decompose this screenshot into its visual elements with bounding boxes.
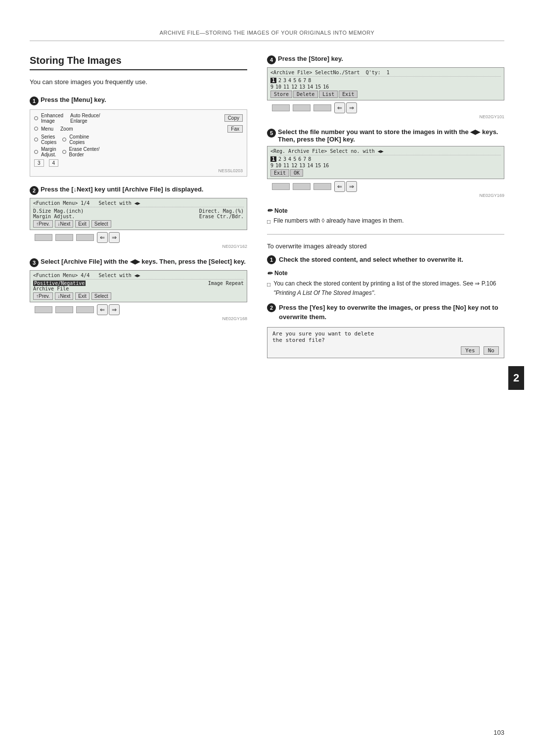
note-overwrite-body: □ You can check the stored content by pr… — [267, 279, 504, 298]
step-1-caption: NESSL0203 — [34, 168, 243, 173]
note-right-title: ✏ Note — [267, 207, 504, 214]
note-icon: ✏ — [267, 207, 272, 214]
intro-text: You can store images you frequently use. — [30, 77, 247, 87]
step-2-lcd: <Function Menu> 1/4 Select with ◀▶ D.Siz… — [30, 198, 247, 230]
lcd2-row1-right: Direct. Mag.(%) — [199, 208, 244, 214]
step-4-label: 4 Press the [Store] key. — [267, 55, 504, 64]
lcd2-row2-right: Erase Ctr./Bdr. — [199, 214, 244, 219]
step-5-lcd: <Reg. Archive File> Select no. with ◀▶ 1… — [267, 146, 504, 179]
step-1-num: 1 — [30, 96, 39, 105]
overwrite-sub1-text: Check the stored content, and select whe… — [279, 255, 463, 265]
lcd3-row1-left: Positive/Negative — [33, 281, 86, 286]
note-overwrite-title: ✏ Note — [267, 270, 504, 277]
lcd3-title: <Function Menu> 4/4 Select with ◀▶ — [33, 273, 140, 278]
overwrite-sub1: 1 Check the stored content, and select w… — [267, 255, 504, 265]
header-text: ARCHIVE FILE—STORING THE IMAGES OF YOUR … — [160, 30, 375, 36]
left-arrow-btn-4: ⇐ — [334, 102, 345, 113]
lcd4-title: <Archive File> SelectNo./Start Q'ty: 1 — [270, 70, 390, 75]
step-4-num: 4 — [267, 55, 276, 64]
side-number-tab: 2 — [508, 366, 524, 390]
lcd3-nav: ↑Prev. ↓Next Exit Select — [33, 292, 244, 300]
section-title: Storing The Images — [30, 55, 247, 70]
note-overwrite: ✏ Note □ You can check the stored conten… — [267, 270, 504, 298]
step-4-nav-row: ⇐ ⇒ — [272, 102, 504, 113]
step-1-diagram: EnhancedImage Auto Reduce/Enlarge Copy M… — [30, 109, 247, 177]
note-right: ✏ Note □ File numbers with ◊ already hav… — [267, 207, 504, 226]
lcd2-title: <Function Menu> 1/4 Select with ◀▶ — [33, 200, 140, 206]
overwrite-sub2-text: Press the [Yes] key to overwrite the ima… — [279, 303, 504, 322]
step-2-text: Press the [↓Next] key until [Archive Fil… — [41, 186, 203, 193]
left-arrow-btn-5: ⇐ — [334, 181, 345, 192]
page: ARCHIVE FILE—STORING THE IMAGES OF YOUR … — [0, 0, 534, 756]
page-header: ARCHIVE FILE—STORING THE IMAGES OF YOUR … — [30, 30, 504, 41]
note-right-item1: □ File numbers with ◊ already have image… — [267, 216, 504, 226]
overwrite-title: To overwrite images already stored — [267, 242, 504, 250]
step-3-label: 3 Select [Archive File] with the ◀▶ keys… — [30, 258, 247, 267]
right-arrow-btn: ⇒ — [109, 232, 120, 243]
step-5-nav-row: ⇐ ⇒ — [272, 181, 504, 192]
step-4-lcd: <Archive File> SelectNo./Start Q'ty: 1 1… — [267, 67, 504, 100]
right-arrow-btn-5: ⇒ — [346, 181, 357, 192]
copy-button-diagram: Copy — [224, 114, 243, 122]
step-5-label: 5 Select the file number you want to sto… — [267, 128, 504, 143]
note-overwrite-icon: ✏ — [267, 270, 272, 277]
left-arrow-btn: ⇐ — [97, 232, 108, 243]
step-2-caption: NE02GY162 — [30, 244, 247, 249]
overwrite-section: To overwrite images already stored 1 Che… — [267, 242, 504, 358]
right-column: 4 Press the [Store] key. <Archive File> … — [267, 55, 504, 360]
lcd5-nav: Exit OK — [270, 169, 501, 177]
overwrite-dialog: Are you sure you want to delete the stor… — [267, 327, 504, 358]
dialog-line1: Are you sure you want to delete — [272, 331, 499, 337]
step-4: 4 Press the [Store] key. <Archive File> … — [267, 55, 504, 119]
step-4-caption: NE02GY101 — [267, 114, 504, 119]
step-5-text: Select the file number you want to store… — [278, 128, 504, 143]
lcd5-title: <Reg. Archive File> Select no. with ◀▶ — [270, 148, 384, 154]
left-arrow-btn-3: ⇐ — [97, 304, 108, 315]
step-2-num: 2 — [30, 186, 39, 195]
step-2-label: 2 Press the [↓Next] key until [Archive F… — [30, 186, 247, 195]
divider-overwrite — [267, 234, 504, 235]
overwrite-sub2-num: 2 — [267, 303, 276, 312]
step-1: 1 Press the [Menu] key. EnhancedImage Au… — [30, 96, 247, 177]
step-1-label: 1 Press the [Menu] key. — [30, 96, 247, 105]
left-column: Storing The Images You can store images … — [30, 55, 247, 360]
right-arrow-btn-4: ⇒ — [346, 102, 357, 113]
lcd3-row1-right: Image Repeat — [208, 281, 244, 286]
lcd3-row2-left: Archive File — [33, 286, 69, 291]
step-3-num: 3 — [30, 258, 39, 267]
lcd4-num1: 1 — [270, 78, 276, 83]
overwrite-sub2: 2 Press the [Yes] key to overwrite the i… — [267, 303, 504, 322]
note-right-text1: File numbers with ◊ already have images … — [273, 216, 403, 226]
note-overwrite-text: You can check the stored content by prin… — [273, 279, 504, 298]
lcd2-row1-left: D.Size Mag.(inch) — [33, 208, 84, 214]
lcd2-row2-left: Margin Adjust. — [33, 214, 75, 219]
right-arrow-btn-3: ⇒ — [109, 304, 120, 315]
page-number: 103 — [493, 729, 504, 736]
step-3-nav-row: ⇐ ⇒ — [35, 304, 247, 315]
fax-button-diagram: Fax — [227, 125, 243, 133]
step-1-text: Press the [Menu] key. — [41, 96, 106, 103]
step-4-text: Press the [Store] key. — [278, 55, 343, 62]
step-2: 2 Press the [↓Next] key until [Archive F… — [30, 186, 247, 249]
step-3: 3 Select [Archive File] with the ◀▶ keys… — [30, 258, 247, 321]
step-3-caption: NE02GY168 — [30, 316, 247, 321]
step-2-nav-row: ⇐ ⇒ — [35, 232, 247, 243]
step-3-text: Select [Archive File] with the ◀▶ keys. … — [41, 258, 246, 265]
lcd4-nav: Store Delete List Exit — [270, 91, 501, 98]
step-5: 5 Select the file number you want to sto… — [267, 128, 504, 198]
step-5-caption: NE02GY169 — [267, 193, 504, 198]
step-5-num: 5 — [267, 129, 276, 138]
dialog-line2: the stored file? — [272, 337, 499, 343]
dialog-yes-btn[interactable]: Yes — [461, 346, 480, 355]
lcd2-nav: ↑Prev. ↓Next Exit Select — [33, 220, 244, 228]
overwrite-sub1-num: 1 — [267, 255, 276, 264]
dialog-buttons: Yes No — [272, 346, 499, 355]
dialog-no-btn[interactable]: No — [484, 346, 499, 355]
step-3-lcd: <Function Menu> 4/4 Select with ◀▶ Posit… — [30, 270, 247, 302]
